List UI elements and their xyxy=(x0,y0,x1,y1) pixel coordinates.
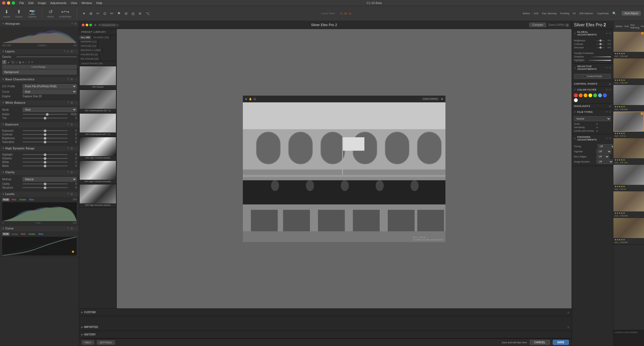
before-top-btn[interactable]: Before xyxy=(616,25,623,28)
list-item[interactable]: 004 High Contrast (smooth) xyxy=(79,160,116,184)
curve-luma-tab[interactable]: Luma xyxy=(11,232,19,236)
luma-range-button[interactable]: Luma Range... xyxy=(2,65,77,69)
list-item[interactable]: ★ ★ ★ ★ ★ DSC_7798.NEF xyxy=(613,191,644,218)
curve-red-tab[interactable]: Red xyxy=(20,232,27,236)
levels-gear-icon[interactable]: ⚙ xyxy=(71,193,73,196)
layers-more-icon[interactable]: ··· xyxy=(75,50,77,53)
menu-item-image[interactable]: Image xyxy=(38,1,46,5)
color-filter-blue[interactable] xyxy=(603,93,607,97)
curve-rgb-tab[interactable]: RGB xyxy=(2,232,10,236)
preset-tab-modern[interactable]: MODERN (11) xyxy=(79,39,98,44)
list-item[interactable]: ★ ★ ★ ★ ★ DSC_7797.tif xyxy=(613,165,644,191)
efex-toolbar-icon[interactable]: ⊞ xyxy=(566,23,569,27)
hdr-more-icon[interactable]: ··· xyxy=(75,147,77,150)
add-layer-button[interactable]: + xyxy=(2,60,6,64)
exp-gear-icon[interactable]: ⚙ xyxy=(71,123,73,126)
wb-help-icon[interactable]: ? xyxy=(67,101,69,104)
list-item[interactable]: ★ ★ ★ ★ ★ DSC_7796.NEF xyxy=(613,32,644,58)
list-item[interactable]: 000 Neutral xyxy=(79,66,116,89)
layer-color-icon[interactable]: ⊕ xyxy=(22,61,24,64)
help-button[interactable]: HELP xyxy=(82,340,94,345)
global-adjustments-header[interactable]: ✓ GLOBAL ADJUSTMENTS ▼ ↺ xyxy=(572,29,613,37)
preset-tab-vintage[interactable]: VINTAGE (12) xyxy=(79,44,98,48)
clarity-more-icon[interactable]: ··· xyxy=(75,171,77,174)
proofing-btn[interactable]: Proofing xyxy=(560,12,569,15)
grid-top-btn[interactable]: Grid xyxy=(624,25,629,28)
preset-tab-favorites[interactable]: FAVORITES (0) xyxy=(79,52,100,57)
tab-background[interactable]: Background xyxy=(101,23,117,27)
menu-item-help[interactable]: Help xyxy=(96,1,103,5)
layers-help-icon[interactable]: ? xyxy=(64,50,65,53)
color-filter-light-blue[interactable] xyxy=(598,93,602,97)
clarity-slider[interactable] xyxy=(23,183,68,184)
color-filter-green[interactable] xyxy=(593,93,597,97)
base-char-more-icon[interactable]: ··· xyxy=(75,78,77,81)
curve-select[interactable]: Auto xyxy=(23,89,77,94)
efex-close-btn[interactable] xyxy=(82,24,85,26)
imported-row[interactable]: ▶ IMPORTED + xyxy=(79,323,572,331)
clarity-gear-icon[interactable]: ⚙ xyxy=(71,171,73,174)
layer-paint-icon[interactable]: 🖌 xyxy=(8,61,10,64)
contrast-slider[interactable] xyxy=(23,134,68,135)
cursor-tool-4[interactable]: ⊙ xyxy=(103,11,107,16)
cursor-tool-6[interactable]: ⚑ xyxy=(117,11,121,16)
toolbar-zoom-icon[interactable]: ⊕ xyxy=(245,98,247,100)
undoredo-tool[interactable]: ↩↪ Undo/Redo xyxy=(59,9,71,18)
list-item[interactable]: 005 High Structure (harsh) xyxy=(79,184,116,208)
layer-delete-icon[interactable]: ✕ xyxy=(31,61,33,64)
levels-help-icon[interactable]: ? xyxy=(67,193,69,196)
exp-warning-btn[interactable]: Exp. Warning xyxy=(542,12,557,15)
maximize-button[interactable] xyxy=(12,1,15,5)
curve-header[interactable]: ▼ Curve ? ⚙ ··· xyxy=(0,226,79,231)
levels-header[interactable]: ▼ Levels ? ⚙ ··· xyxy=(0,191,79,197)
layer-fill-icon[interactable]: ⬛ xyxy=(11,61,14,64)
shadows-tonality-slider[interactable] xyxy=(588,56,611,57)
base-characteristics-header[interactable]: ▼ Base Characteristics ? ⚙ ··· xyxy=(0,77,79,82)
layer-pick-icon[interactable]: ↕ xyxy=(25,61,27,64)
exp-help-icon[interactable]: ? xyxy=(67,123,69,126)
color-filter-header[interactable]: ✓ COLOR FILTER ▼ ↺ xyxy=(572,87,613,92)
preset-tab-classic[interactable]: CLASSIC (15) xyxy=(92,35,111,39)
capture-tool[interactable]: 📷 Capture xyxy=(28,9,36,18)
add-control-point-button[interactable]: Control Points xyxy=(574,74,611,79)
layer-eraser-icon[interactable]: ◻ xyxy=(16,61,18,64)
white-slider[interactable] xyxy=(23,162,68,163)
levels-blue-tab[interactable]: Blue xyxy=(28,198,35,201)
brightness-efex-slider[interactable] xyxy=(597,40,605,41)
curve-blue-tab[interactable]: Blue xyxy=(38,232,45,236)
cursor-tool-1[interactable]: ✦ xyxy=(82,11,86,16)
toolbar-view-icon[interactable]: ⊡ xyxy=(254,98,256,100)
finishing-reset-icon[interactable]: ↺ xyxy=(609,137,611,140)
cursor-tool-5[interactable]: ✏ xyxy=(110,11,114,16)
minimize-button[interactable] xyxy=(7,1,10,5)
exp-warning-top-btn[interactable]: Exp. Warning xyxy=(631,24,639,29)
vignette-select[interactable]: Off Lens 1 Lens 2 xyxy=(597,149,612,154)
clarity-header[interactable]: ▼ Clarity ? ⚙ ··· xyxy=(0,170,79,175)
cursor-tool-7[interactable]: ⊘ xyxy=(125,11,128,16)
saturation-slider[interactable] xyxy=(23,142,68,142)
reset-tool[interactable]: ↺ Reset xyxy=(47,9,54,18)
toolbar-settings-icon[interactable]: ⚙ xyxy=(441,98,443,100)
black-slider[interactable] xyxy=(23,165,68,166)
shadow-slider[interactable] xyxy=(23,158,68,159)
curve-more-icon[interactable]: ··· xyxy=(75,227,77,230)
search-icon[interactable]: 🔍 xyxy=(612,12,616,15)
settings-button[interactable]: SETTINGS xyxy=(97,340,115,345)
image-borders-select[interactable]: Off Border 1 xyxy=(597,160,613,164)
proofing-top-btn[interactable]: Proofing xyxy=(641,25,644,28)
save-button[interactable]: SAVE xyxy=(553,340,569,345)
levels-green-tab[interactable]: Green xyxy=(18,198,27,201)
list-item[interactable]: ★ ★ ★ ★ ★ DSC_7797.JPG xyxy=(613,138,644,165)
import-tool[interactable]: ⬇ Import xyxy=(3,9,10,18)
white-balance-header[interactable]: ▼ White Balance ? ⚙ ··· xyxy=(0,100,79,106)
cursor-tool-9[interactable]: ≋ xyxy=(138,11,142,16)
menu-item-file[interactable]: File xyxy=(19,1,24,5)
preset-tab-en-vogue[interactable]: EN VOGUE (10) xyxy=(79,57,100,61)
color-filter-yellow[interactable] xyxy=(588,93,592,97)
toolbar-pan-icon[interactable]: ✋ xyxy=(249,98,252,100)
export-tool[interactable]: ⬆ Export xyxy=(16,9,23,18)
film-type-select[interactable]: Neutral Agfa 200X Agfa APX 100 Kodak T-M… xyxy=(574,116,611,121)
list-item[interactable]: ★ ★ ★ ★ ★ DSC_7798.NEF xyxy=(613,218,644,244)
preset-tab-recently-used[interactable]: RECENTLY USED xyxy=(79,48,103,52)
tint-slider[interactable] xyxy=(23,118,68,118)
